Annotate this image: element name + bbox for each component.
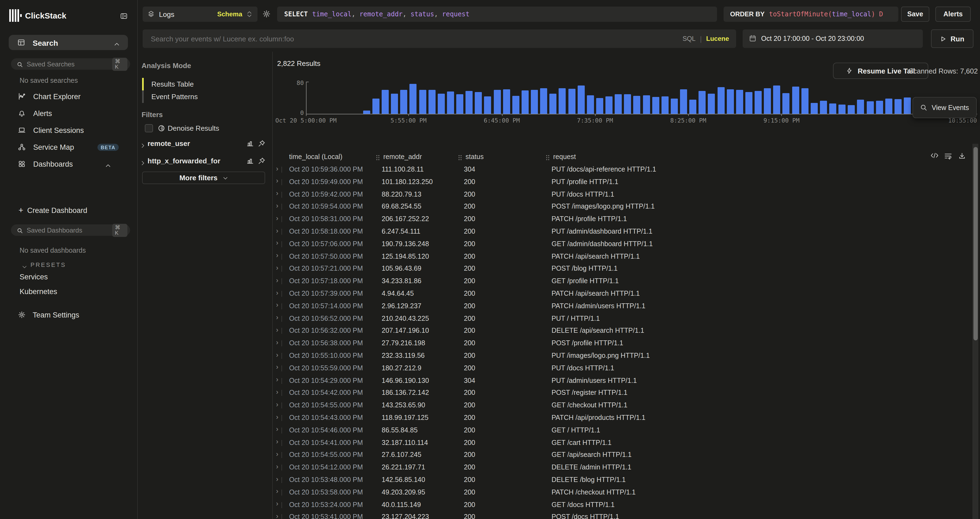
saved-searches-search[interactable]: ⌘ K [11,58,130,70]
histogram-bar[interactable] [363,110,370,113]
histogram-bar[interactable] [643,95,650,113]
histogram-bar[interactable] [745,92,752,113]
histogram-bar[interactable] [736,89,743,113]
histogram-bar[interactable] [419,89,426,113]
row-expand-icon[interactable]: › [276,463,278,470]
histogram-bar[interactable] [764,88,771,113]
histogram-bar[interactable] [456,94,463,113]
field-pin-icon[interactable] [258,139,265,149]
filter-field-http-x-forwarded-for[interactable]: http_x_forwarded_for [137,156,272,166]
preset-item-kubernetes[interactable]: Kubernetes [20,288,57,296]
sidebar-item-client-sessions[interactable]: Client Sessions [0,125,137,136]
field-chart-icon[interactable] [247,157,254,167]
histogram-bar[interactable] [755,91,762,113]
histogram-bar[interactable] [783,93,790,113]
histogram-bar[interactable] [596,98,603,113]
histogram-bar[interactable] [475,92,482,113]
histogram-bar[interactable] [587,95,594,113]
sidebar-item-chart-explorer[interactable]: Chart Explorer [0,91,137,102]
table-row[interactable]: ›Oct 20 10:54:43.000 PM118.99.197.125200… [272,412,980,424]
scrollbar-track[interactable] [972,144,978,519]
table-row[interactable]: ›Oct 20 10:54:41.000 PM32.187.110.114200… [272,436,980,449]
row-expand-icon[interactable]: › [276,214,278,222]
row-expand-icon[interactable]: › [276,165,278,172]
histogram-bar[interactable] [410,84,417,113]
chevron-up-icon[interactable] [114,40,120,49]
histogram-bar[interactable] [559,88,566,113]
histogram-bar[interactable] [522,90,529,113]
view-events-tooltip[interactable]: View Events [913,97,977,118]
histogram-bar[interactable] [382,89,389,113]
row-expand-icon[interactable]: › [276,264,278,272]
histogram-bar[interactable] [671,98,678,113]
schema-label[interactable]: Schema [217,10,242,18]
event-search-input[interactable] [150,34,682,43]
table-row[interactable]: ›Oct 20 10:54:55.000 PM27.6.107.245200GE… [272,449,980,462]
table-row[interactable]: ›Oct 20 10:56:52.000 PM210.240.43.225200… [272,312,980,325]
table-row[interactable]: ›Oct 20 10:54:46.000 PM86.55.84.85200GET… [272,424,980,437]
filter-field-remote-user[interactable]: remote_user [137,139,272,149]
table-row[interactable]: ›Oct 20 10:57:21.000 PM105.96.43.69200PO… [272,263,980,275]
histogram-bar[interactable] [811,103,818,113]
column-drag-handle-icon[interactable] [375,154,380,161]
row-expand-icon[interactable]: › [276,177,278,185]
table-row[interactable]: ›Oct 20 10:57:50.000 PM125.194.85.120200… [272,250,980,263]
saved-dashboards-input[interactable] [25,226,112,234]
histogram-bar[interactable] [428,89,435,113]
row-expand-icon[interactable]: › [276,239,278,247]
preset-item-services[interactable]: Services [20,273,48,281]
histogram-bar[interactable] [689,99,696,113]
table-row[interactable]: ›Oct 20 10:57:18.000 PM34.233.81.86200GE… [272,275,980,288]
row-expand-icon[interactable]: › [276,326,278,334]
table-row[interactable]: ›Oct 20 10:54:42.000 PM186.136.72.142200… [272,387,980,400]
orderby-clause-input[interactable]: ORDER BY toStartOfMinute( time_local ) D [724,6,898,22]
row-expand-icon[interactable]: › [276,227,278,234]
row-expand-icon[interactable]: › [276,475,278,483]
histogram-bar[interactable] [773,85,780,113]
column-header-remote-addr[interactable]: remote_addr [383,153,422,161]
table-row[interactable]: ›Oct 20 10:59:42.000 PM88.220.79.13200PU… [272,188,980,201]
select-clause-input[interactable]: SELECT time_local, remote_addr, status, … [277,6,717,22]
save-button[interactable]: Save [901,6,929,22]
create-dashboard-button[interactable]: + Create Dashboard [0,205,137,216]
histogram-bar[interactable] [848,105,855,113]
denoise-results-row[interactable]: Denoise Results [137,124,272,134]
lucene-toggle[interactable]: Lucene [706,35,729,43]
column-header-time[interactable]: time_local (Local) [289,153,342,161]
histogram-bar[interactable] [876,100,883,113]
sidebar-item-service-map[interactable]: Service Map BETA [0,142,137,153]
histogram-bar[interactable] [885,98,892,113]
row-expand-icon[interactable]: › [276,401,278,408]
histogram-bar[interactable] [578,85,584,113]
event-search-box[interactable]: SQL | Lucene [143,29,736,48]
row-expand-icon[interactable]: › [276,289,278,296]
table-row[interactable]: ›Oct 20 10:54:12.000 PM26.221.197.71200D… [272,461,980,474]
histogram-bar[interactable] [401,89,407,113]
presets-section-header[interactable]: PRESETS [0,260,137,269]
query-settings-gear-icon[interactable] [262,10,270,20]
histogram-bar[interactable] [708,93,715,113]
histogram-bar[interactable] [568,89,575,113]
row-expand-icon[interactable]: › [276,376,278,384]
histogram-chart[interactable]: Oct 20 5:00:00 PM5:55:00 PM6:45:00 PM7:3… [306,83,977,113]
sql-toggle[interactable]: SQL [682,35,695,43]
histogram-bar[interactable] [662,96,668,113]
denoise-checkbox[interactable] [145,124,153,132]
histogram-bar[interactable] [652,97,659,113]
alerts-button[interactable]: Alerts [935,6,971,22]
table-row[interactable]: ›Oct 20 10:59:36.000 PM111.100.28.11304P… [272,163,980,176]
column-header-request[interactable]: request [553,153,576,161]
date-range-picker[interactable]: Oct 20 17:00:00 - Oct 20 23:00:00 [743,29,923,48]
histogram-bar[interactable] [438,93,445,113]
row-expand-icon[interactable]: › [276,500,278,508]
table-row[interactable]: ›Oct 20 10:53:24.000 PM40.0.115.149200GE… [272,498,980,511]
saved-dashboards-search[interactable]: ⌘ K [11,224,130,236]
mode-results-table[interactable]: Results Table [142,78,267,91]
row-expand-icon[interactable]: › [276,351,278,358]
run-button[interactable]: Run [931,29,974,48]
table-row[interactable]: ›Oct 20 10:53:58.000 PM49.203.209.95200P… [272,486,980,499]
mode-event-patterns[interactable]: Event Patterns [142,91,267,103]
field-chart-icon[interactable] [247,139,254,149]
histogram-bar[interactable] [605,96,612,113]
histogram-bar[interactable] [615,94,622,113]
